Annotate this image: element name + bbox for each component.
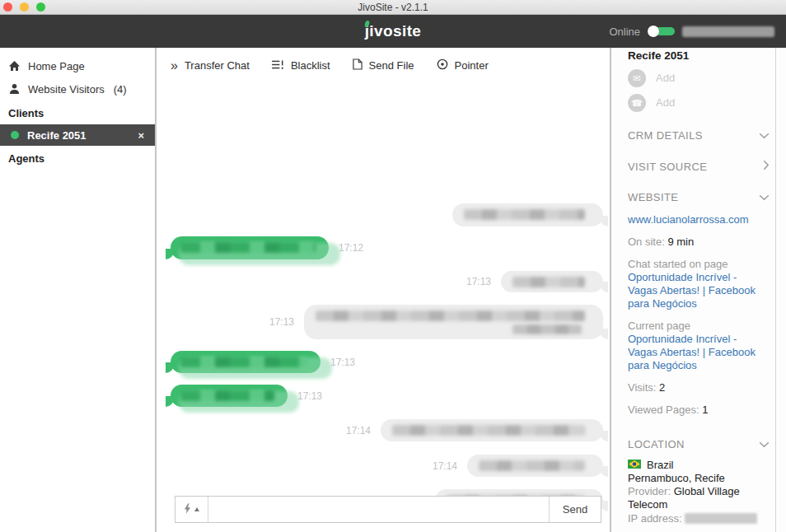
home-icon: [8, 60, 21, 72]
message-time: 17:14: [346, 425, 371, 436]
quick-phrases-button[interactable]: [175, 497, 208, 522]
section-crm-details[interactable]: CRM DETAILS: [628, 129, 770, 142]
provider-row: Provider: Global Village Telecom: [628, 485, 761, 511]
brazil-flag-icon: [628, 459, 641, 472]
redacted-message-text: [464, 209, 585, 220]
section-visit-source[interactable]: VISIT SOURCE: [628, 160, 770, 174]
current-page-link[interactable]: Oportunidade Incrível - Vagas Abertas! |…: [628, 333, 761, 372]
chevron-right-icon: [763, 160, 770, 174]
section-website[interactable]: WEBSITE: [628, 191, 770, 204]
add-email-label: Add: [656, 72, 675, 85]
send-file-icon: [353, 58, 363, 72]
lightning-icon: [184, 502, 191, 517]
crm-details-label: CRM DETAILS: [628, 129, 703, 142]
message-time: 17:12: [339, 242, 363, 254]
pointer-label: Pointer: [455, 59, 489, 72]
message-time: 17:13: [466, 276, 491, 287]
email-icon: ✉: [628, 69, 646, 87]
chat-bubble-visitor: [304, 305, 603, 339]
send-file-button[interactable]: Send File: [353, 58, 414, 72]
pointer-icon: [437, 58, 448, 72]
message-time: 17:14: [433, 460, 457, 472]
visits-value: 2: [659, 381, 665, 394]
message-time: 17:13: [269, 316, 294, 328]
viewed-pages-label: Viewed Pages:: [628, 404, 699, 416]
agents-section-header: Agents: [0, 151, 155, 167]
sidebar-item-website-visitors[interactable]: Website Visitors (4): [0, 77, 155, 100]
visitor-title: Recife 2051: [628, 49, 761, 63]
current-page-row: Current page Oportunidade Incrível - Vag…: [628, 320, 761, 372]
add-phone-row[interactable]: ☎ Add: [628, 94, 761, 112]
blacklist-button[interactable]: Blacklist: [272, 59, 330, 72]
pointer-button[interactable]: Pointer: [437, 58, 489, 72]
toggle-knob-icon: [648, 26, 659, 37]
message-time: 17:13: [330, 357, 355, 368]
add-email-row[interactable]: ✉ Add: [628, 69, 761, 87]
window-minimize-button[interactable]: [20, 2, 29, 12]
redacted-message-text: [180, 390, 274, 401]
on-site-row: On site: 9 min: [628, 236, 761, 249]
sidebar-item-home-page[interactable]: Home Page: [0, 54, 155, 77]
website-url-link[interactable]: www.lucianolarrossa.com: [628, 213, 761, 226]
transfer-chat-label: Transfer Chat: [185, 59, 250, 72]
client-name: Recife 2051: [27, 129, 129, 142]
country-value: Brazil: [647, 459, 674, 472]
online-toggle[interactable]: [648, 26, 675, 37]
caret-up-icon: [194, 507, 199, 511]
chat-message-row: 17:13: [157, 351, 610, 373]
chat-started-label: Chat started on page: [628, 258, 761, 271]
chat-toolbar: » Transfer Chat Blacklist Send File Poi: [157, 48, 610, 72]
chat-message-row: 17:14: [157, 419, 610, 441]
send-button[interactable]: Send: [549, 497, 601, 522]
window-zoom-button[interactable]: [36, 2, 45, 12]
visitors-icon: [8, 83, 21, 95]
logo-text: jivosite: [365, 22, 422, 40]
sidebar-item-client-recife[interactable]: Recife 2051 ×: [0, 124, 155, 146]
app-header: jivosite Online: [0, 15, 786, 48]
details-scrollbar[interactable]: [775, 48, 776, 532]
on-site-label: On site:: [628, 236, 665, 248]
chat-message-row: 17:13: [157, 271, 610, 292]
chat-message-row: 17:13: [157, 305, 610, 339]
message-input[interactable]: [208, 497, 549, 522]
region-value: Pernambuco, Recife: [628, 472, 761, 485]
ip-address-redacted: [685, 513, 757, 524]
visitor-details-panel: Recife 2051 ✉ Add ☎ Add CRM DETAILS VISI…: [610, 48, 786, 532]
chat-started-page-link[interactable]: Oportunidade Incrível - Vagas Abertas! |…: [628, 271, 761, 310]
chevron-down-icon: [759, 438, 770, 451]
sidebar: Home Page Website Visitors (4) Clients R…: [0, 48, 157, 532]
chat-bubble-visitor: [381, 419, 603, 441]
blacklist-icon: [272, 59, 284, 72]
close-chat-icon[interactable]: ×: [138, 130, 144, 141]
country-row: Brazil: [628, 459, 761, 472]
ip-label: IP address:: [628, 512, 682, 525]
clients-section-header: Clients: [0, 105, 155, 122]
window-title: JivoSite - v2.1.1: [358, 2, 428, 13]
viewed-pages-value: 1: [702, 404, 708, 416]
chat-panel: » Transfer Chat Blacklist Send File Poi: [157, 48, 610, 532]
chat-bubble-agent: [171, 385, 288, 407]
app-window: JivoSite - v2.1.1 jivosite Online Home P…: [0, 0, 786, 532]
chat-started-row: Chat started on page Oportunidade Incrív…: [628, 258, 761, 310]
window-close-button[interactable]: [3, 2, 12, 12]
visitors-count-badge: (4): [114, 83, 127, 96]
redacted-message-text: [479, 460, 585, 471]
redacted-message-text: [392, 425, 585, 436]
phone-icon: ☎: [628, 94, 646, 112]
chat-bubble-agent: [171, 236, 329, 259]
section-location[interactable]: LOCATION: [628, 438, 770, 451]
redacted-message-text: [512, 324, 582, 334]
chat-bubble-agent: [171, 351, 320, 373]
message-composer: Send: [175, 496, 601, 523]
window-titlebar: JivoSite - v2.1.1: [0, 0, 786, 15]
chat-bubble-visitor: [452, 203, 603, 226]
provider-label: Provider:: [628, 485, 671, 497]
add-phone-label: Add: [656, 96, 675, 110]
ip-row: IP address:: [628, 512, 761, 525]
send-file-label: Send File: [369, 59, 414, 72]
blacklist-label: Blacklist: [291, 59, 330, 72]
chevron-down-icon: [759, 191, 770, 204]
chat-bubble-visitor: [467, 455, 603, 477]
agent-name-redacted: [682, 26, 774, 37]
transfer-chat-button[interactable]: » Transfer Chat: [171, 59, 250, 72]
